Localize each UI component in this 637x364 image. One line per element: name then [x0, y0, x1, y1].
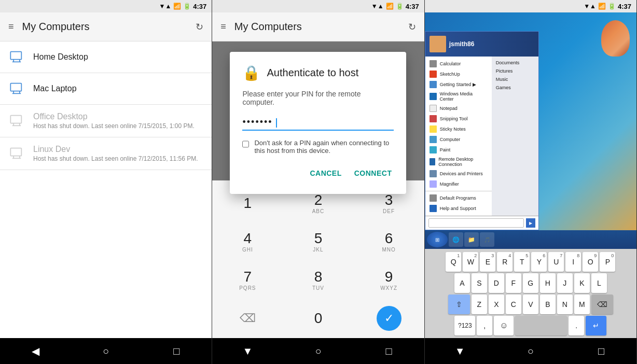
start-item-sticky[interactable]: Sticky Notes: [425, 124, 492, 134]
osk-key-e[interactable]: 3E: [480, 252, 495, 272]
refresh-icon-2[interactable]: ↻: [408, 21, 416, 33]
start-item-calculator[interactable]: Calculator: [425, 59, 492, 69]
home-button-1[interactable]: ○: [94, 340, 117, 362]
dont-ask-checkbox[interactable]: [242, 140, 249, 148]
app-title-1: My Computers: [22, 21, 196, 33]
home-button-2[interactable]: ○: [307, 340, 329, 362]
osk-shift-key[interactable]: ⇧: [448, 295, 470, 314]
status-bar-1: ▼▲ 📶 🔋 4:37: [0, 0, 212, 12]
start-item-help[interactable]: Help and Support: [425, 203, 492, 214]
start-item-games[interactable]: Games: [492, 83, 538, 92]
win7-start-button[interactable]: ⊞: [427, 232, 448, 247]
panel-my-computers: ▼▲ 📶 🔋 4:37 ≡ My Computers ↻ Home Deskto…: [0, 0, 212, 364]
computer-item-office[interactable]: Office Desktop Host has shut down. Last …: [0, 105, 212, 137]
recent-button-1[interactable]: □: [165, 340, 188, 362]
osk-space-key[interactable]: [515, 316, 567, 335]
remote-screen[interactable]: jsmith86 Calculator SketchUp: [425, 12, 636, 249]
dialog-description: Please enter your PIN for the remote com…: [242, 90, 394, 106]
start-item-snipping[interactable]: Snipping Tool: [425, 114, 492, 124]
osk-key-g[interactable]: G: [523, 273, 538, 293]
recent-button-2[interactable]: □: [378, 340, 400, 362]
computer-item-home[interactable]: Home Desktop: [0, 41, 212, 73]
osk-key-j[interactable]: J: [557, 273, 573, 293]
refresh-icon-1[interactable]: ↻: [196, 21, 203, 33]
osk-key-o[interactable]: 9O: [583, 252, 598, 272]
signal-icon: ▼▲: [159, 3, 172, 10]
menu-icon-1[interactable]: ≡: [8, 21, 14, 32]
start-item-sketchup[interactable]: SketchUp: [425, 69, 492, 79]
battery-icon-3: 🔋: [608, 3, 616, 10]
start-search-button[interactable]: ▶: [526, 218, 535, 228]
osk-key-w[interactable]: 2W: [463, 252, 478, 272]
osk-key-h[interactable]: H: [540, 273, 556, 293]
osk-emoji-key[interactable]: ☺: [494, 316, 514, 335]
osk-key-y[interactable]: 6Y: [531, 252, 547, 272]
start-search-box[interactable]: [428, 218, 524, 228]
start-item-paint[interactable]: Paint: [425, 145, 492, 155]
start-item-notepad[interactable]: Notepad: [425, 103, 492, 114]
start-item-documents[interactable]: Documents: [492, 59, 538, 67]
start-item-magnifier[interactable]: Magnifier: [425, 179, 492, 189]
pc-icon-mac: [8, 80, 25, 97]
osk-key-p[interactable]: 0P: [600, 252, 615, 272]
osk-key-k[interactable]: K: [574, 273, 590, 293]
nav-bar-3: ▼ ○ □: [425, 338, 636, 364]
osk-key-n[interactable]: N: [557, 295, 573, 314]
computer-name-mac: Mac Laptop: [33, 84, 77, 93]
start-item-default[interactable]: Default Programs: [425, 193, 492, 203]
start-item-rdc[interactable]: Remote Desktop Connection: [425, 155, 492, 169]
back-button-3[interactable]: ▼: [449, 340, 472, 362]
osk-key-d[interactable]: D: [489, 273, 504, 293]
osk-key-m[interactable]: M: [574, 295, 590, 314]
osk-key-a[interactable]: A: [454, 273, 470, 293]
start-item-wmc[interactable]: Windows Media Center: [425, 90, 492, 103]
computer-name-office: Office Desktop: [33, 112, 195, 121]
start-menu-left-col: Calculator SketchUp Getting Started ▶: [425, 57, 492, 216]
start-item-computer[interactable]: Computer: [425, 134, 492, 145]
back-button-2[interactable]: ▼: [236, 340, 259, 362]
cancel-button[interactable]: CANCEL: [308, 165, 343, 181]
osk-key-c[interactable]: C: [506, 295, 521, 314]
osk-key-b[interactable]: B: [540, 295, 556, 314]
osk-key-q[interactable]: 1Q: [446, 252, 461, 272]
taskbar-media[interactable]: 🎵: [480, 232, 494, 247]
dont-ask-row: Don't ask for a PIN again when connectin…: [242, 139, 394, 155]
osk-comma-key[interactable]: ,: [477, 316, 492, 335]
connect-button[interactable]: CONNECT: [352, 165, 394, 181]
osk-enter-key[interactable]: ↵: [586, 316, 606, 335]
osk-backspace-key[interactable]: ⌫: [591, 295, 613, 314]
recent-button-3[interactable]: □: [590, 340, 613, 362]
pin-input-field[interactable]: •••••••: [242, 117, 394, 131]
osk-key-l[interactable]: L: [591, 273, 607, 293]
start-item-getting-started[interactable]: Getting Started ▶: [425, 79, 492, 90]
osk-key-t[interactable]: 5T: [514, 252, 530, 272]
pc-icon-home: [8, 49, 25, 65]
osk-key-z[interactable]: Z: [472, 295, 487, 314]
time-display-3: 4:37: [618, 3, 631, 10]
osk-key-s[interactable]: S: [472, 273, 487, 293]
computer-info-mac: Mac Laptop: [33, 84, 77, 93]
taskbar-ie[interactable]: 🌐: [449, 232, 463, 247]
start-item-devices[interactable]: Devices and Printers: [425, 169, 492, 179]
osk-key-v[interactable]: V: [523, 295, 538, 314]
osk-key-i[interactable]: 8I: [565, 252, 581, 272]
osk-numsym-key[interactable]: ?123: [454, 316, 475, 335]
osk-key-r[interactable]: 4R: [497, 252, 513, 272]
back-button-1[interactable]: ◀: [24, 340, 47, 362]
osk-period-key[interactable]: .: [569, 316, 584, 335]
pin-cursor: [276, 118, 277, 128]
computer-item-linux[interactable]: Linux Dev Host has shut down. Last seen …: [0, 137, 212, 170]
computer-status-linux: Host has shut down. Last seen online 7/1…: [33, 155, 198, 162]
home-button-3[interactable]: ○: [519, 340, 542, 362]
dont-ask-label: Don't ask for a PIN again when connectin…: [254, 139, 394, 155]
start-item-music[interactable]: Music: [492, 75, 538, 83]
start-item-pictures[interactable]: Pictures: [492, 67, 538, 75]
computer-item-mac[interactable]: Mac Laptop: [0, 73, 212, 105]
osk-key-f[interactable]: F: [506, 273, 521, 293]
osk-key-u[interactable]: 7U: [548, 252, 564, 272]
svg-rect-4: [10, 83, 21, 91]
osk-key-x[interactable]: X: [489, 295, 504, 314]
osk-row-qwerty: 1Q 2W 3E 4R 5T 6Y 7U 8I 9O 0P: [426, 252, 635, 272]
taskbar-explorer[interactable]: 📁: [464, 232, 479, 247]
menu-icon-2[interactable]: ≡: [220, 21, 226, 32]
